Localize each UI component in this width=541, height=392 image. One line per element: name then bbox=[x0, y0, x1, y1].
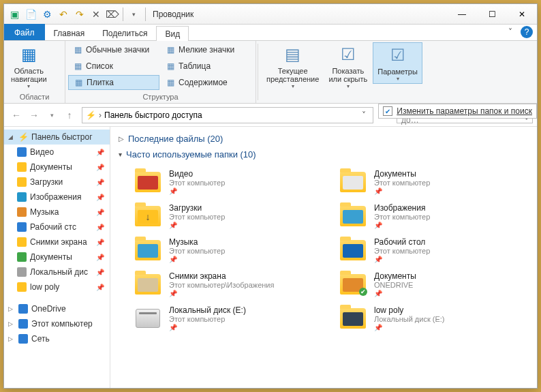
folder-tile[interactable]: low polyЛокальный диск (E:)📌 bbox=[337, 303, 529, 334]
sidebar-item-video[interactable]: Видео📌 bbox=[4, 145, 110, 160]
navigation-sidebar[interactable]: ◢ ⚡ Панель быстрог Видео📌Документы📌Загру… bbox=[4, 127, 110, 388]
folder-name: Музыка bbox=[169, 237, 225, 247]
folder-icon bbox=[340, 172, 366, 192]
qat-new-tab-icon[interactable]: ▣ bbox=[7, 7, 22, 22]
layout-icon: ▦ bbox=[72, 44, 83, 55]
folder-tile[interactable]: ✔ДокументыONEDRIVE📌 bbox=[337, 269, 529, 300]
chevron-right-icon: ▷ bbox=[119, 135, 124, 142]
tab-file[interactable]: Файл bbox=[4, 24, 45, 40]
ribbon-collapse-icon[interactable]: ˅ bbox=[504, 26, 516, 38]
layout-small_icons[interactable]: ▦Мелкие значки bbox=[161, 42, 252, 57]
qat-cut-icon[interactable]: ✕ bbox=[89, 7, 104, 22]
folder-icon bbox=[16, 162, 27, 172]
back-button[interactable]: ← bbox=[8, 107, 25, 123]
folder-icon: ✔ bbox=[340, 274, 366, 295]
up-button[interactable]: ↑ bbox=[61, 107, 78, 123]
layout-icon: ▦ bbox=[165, 44, 176, 55]
layout-large_icons[interactable]: ▦Обычные значки bbox=[68, 42, 159, 57]
folder-tile[interactable]: ИзображенияЭтот компьютер📌 bbox=[337, 200, 529, 232]
qat-new-file-icon[interactable]: 📄 bbox=[23, 7, 38, 22]
sidebar-item-downloads[interactable]: Загрузки📌 bbox=[4, 175, 110, 190]
navigation-pane-icon: ▦ bbox=[18, 44, 40, 65]
sidebar-item-docs2[interactable]: Документы📌 bbox=[4, 250, 110, 265]
qat-redo-icon[interactable]: ↷ bbox=[72, 7, 87, 22]
folder-tile[interactable]: МузыкаЭтот компьютер📌 bbox=[132, 235, 324, 266]
pin-icon: 📌 bbox=[96, 239, 107, 246]
sidebar-item-lowpoly[interactable]: low poly📌 bbox=[4, 280, 110, 295]
title-bar: ▣ 📄 ⚙ ↶ ↷ ✕ ⌦ ▾ Проводник — ☐ ✕ bbox=[4, 4, 537, 25]
section-recent-files[interactable]: ▷ Последние файлы (20) bbox=[119, 132, 529, 148]
folder-location: Локальный диск (E:) bbox=[374, 315, 445, 323]
pin-icon: 📌 bbox=[96, 284, 107, 291]
pin-icon: 📌 bbox=[374, 222, 430, 229]
qat-customize-icon[interactable]: ▾ bbox=[126, 7, 141, 22]
sidebar-item-disk_e[interactable]: Локальный дис📌 bbox=[4, 265, 110, 280]
minimize-button[interactable]: — bbox=[447, 5, 477, 24]
content-area[interactable]: ▷ Последние файлы (20) ▾ Часто используе… bbox=[110, 127, 537, 388]
quick-access-star-icon: ⚡ bbox=[18, 132, 29, 142]
qat-properties-icon[interactable]: ⚙ bbox=[40, 7, 55, 22]
sidebar-root-onedrive[interactable]: ▷OneDrive bbox=[4, 301, 110, 316]
layout-list[interactable]: ▦Список bbox=[68, 59, 159, 74]
options-submenu[interactable]: ✔ Изменить параметры папок и поиск bbox=[378, 104, 537, 119]
qat-undo-icon[interactable]: ↶ bbox=[56, 7, 71, 22]
folder-icon bbox=[340, 308, 366, 329]
folder-tile[interactable]: ↓ЗагрузкиЭтот компьютер📌 bbox=[132, 200, 324, 232]
folder-tile[interactable]: Локальный диск (E:)Этот компьютер📌 bbox=[132, 303, 324, 334]
section-frequent-folders[interactable]: ▾ Часто используемые папки (10) bbox=[119, 148, 529, 164]
folder-tile[interactable]: Рабочий столЭтот компьютер📌 bbox=[337, 235, 529, 266]
pin-icon: 📌 bbox=[374, 256, 430, 263]
ribbon: ▦ Область навигации ▾ Области ▦Обычные з… bbox=[4, 41, 537, 104]
folder-icon bbox=[135, 172, 161, 192]
layout-content[interactable]: ▦Содержимое bbox=[161, 75, 252, 90]
folder-name: low poly bbox=[374, 305, 445, 315]
current-view-button[interactable]: ▤ Текущее представление ▾ bbox=[262, 42, 323, 91]
pin-icon: 📌 bbox=[96, 149, 107, 156]
address-dropdown-icon[interactable]: ˅ bbox=[358, 110, 370, 120]
options-button[interactable]: ☑ Параметры ▾ bbox=[373, 42, 422, 84]
maximize-button[interactable]: ☐ bbox=[477, 5, 507, 24]
folder-tile[interactable]: ДокументыЭтот компьютер📌 bbox=[337, 166, 529, 198]
tab-share[interactable]: Поделиться bbox=[93, 25, 156, 40]
quick-access-toolbar: ▣ 📄 ⚙ ↶ ↷ ✕ ⌦ ▾ bbox=[4, 7, 144, 22]
tab-view[interactable]: Вид bbox=[156, 26, 189, 41]
folder-tile[interactable]: ВидеоЭтот компьютер📌 bbox=[132, 166, 324, 198]
close-button[interactable]: ✕ bbox=[507, 5, 537, 24]
address-bar[interactable]: ⚡ › Панель быстрого доступа ˅ bbox=[82, 107, 373, 123]
recent-locations-button[interactable]: ▾ bbox=[44, 107, 60, 123]
layout-tiles[interactable]: ▦Плитка bbox=[68, 75, 159, 90]
sidebar-root-thispc[interactable]: ▷Этот компьютер bbox=[4, 316, 110, 331]
tab-home[interactable]: Главная bbox=[45, 25, 94, 40]
folder-icon bbox=[16, 207, 27, 217]
pin-icon: 📌 bbox=[96, 224, 107, 231]
layout-icon: ▦ bbox=[72, 61, 83, 72]
folder-location: Этот компьютер bbox=[374, 247, 430, 255]
show-hide-button[interactable]: ☑ Показать или скрыть ▾ bbox=[324, 42, 371, 91]
ribbon-tabs: Файл Главная Поделиться Вид ˅ ? bbox=[4, 25, 537, 41]
sidebar-item-desktop[interactable]: Рабочий стс📌 bbox=[4, 220, 110, 235]
layout-table[interactable]: ▦Таблица bbox=[161, 59, 252, 74]
sidebar-item-screens[interactable]: Снимки экрана📌 bbox=[4, 235, 110, 250]
sidebar-root-network[interactable]: ▷Сеть bbox=[4, 331, 110, 346]
forward-button[interactable]: → bbox=[26, 107, 42, 123]
folder-name: Изображения bbox=[374, 203, 430, 213]
sidebar-item-docs[interactable]: Документы📌 bbox=[4, 160, 110, 175]
pin-icon: 📌 bbox=[169, 187, 225, 195]
help-icon[interactable]: ? bbox=[521, 26, 533, 38]
sidebar-quick-access[interactable]: ◢ ⚡ Панель быстрог bbox=[4, 130, 110, 145]
current-view-icon: ▤ bbox=[282, 44, 304, 65]
folder-name: Локальный диск (E:) bbox=[169, 305, 246, 315]
folder-tile[interactable]: Снимки экранаЭтот компьютер\Изображения📌 bbox=[132, 269, 324, 300]
pin-icon: 📌 bbox=[169, 290, 274, 297]
folder-name: Видео bbox=[169, 169, 225, 179]
folder-icon bbox=[135, 240, 161, 260]
folder-name: Документы bbox=[374, 271, 416, 281]
folder-location: Этот компьютер bbox=[374, 213, 430, 221]
navigation-pane-button[interactable]: ▦ Область навигации ▾ bbox=[7, 42, 51, 91]
folder-name: Документы bbox=[374, 169, 430, 179]
qat-delete-icon[interactable]: ⌦ bbox=[105, 7, 120, 22]
layout-icon: ▦ bbox=[165, 61, 176, 72]
folder-icon bbox=[340, 240, 366, 260]
sidebar-item-music[interactable]: Музыка📌 bbox=[4, 205, 110, 220]
sidebar-item-pictures[interactable]: Изображения📌 bbox=[4, 190, 110, 205]
